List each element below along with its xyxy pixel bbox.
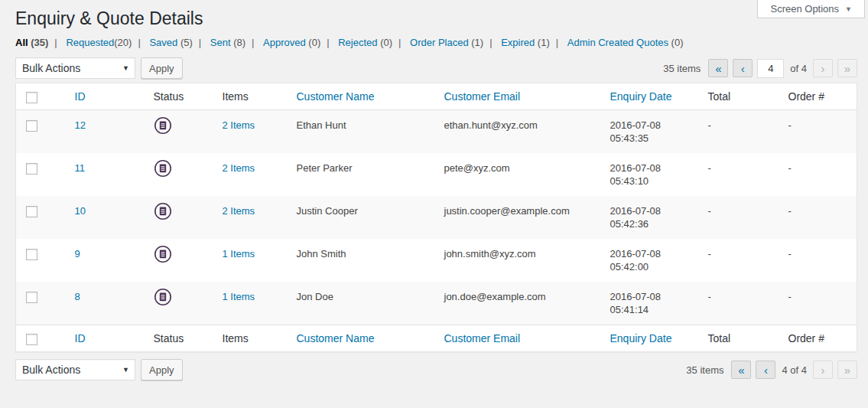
first-page-button[interactable]: «	[708, 59, 728, 77]
table-row: 11 2 Items Peter Parker pete@xyz.com 201…	[16, 153, 857, 196]
column-header-items: Items	[215, 325, 289, 352]
enquiry-date: 2016-07-08 05:42:36	[603, 196, 701, 239]
order-number: -	[781, 110, 857, 154]
filter-sent: Sent (8)	[210, 37, 261, 48]
filter-admin-created-quotes-link[interactable]: Admin Created Quotes (0)	[567, 37, 684, 48]
current-page-input[interactable]	[757, 59, 784, 78]
page-range-label: 4 of 4	[782, 364, 807, 376]
order-number: -	[781, 153, 857, 196]
items-link[interactable]: 2 Items	[223, 162, 255, 174]
column-header-customer-name[interactable]: Customer Name	[297, 332, 375, 344]
total-pages-label: of 4	[790, 63, 807, 74]
filter-rejected-link[interactable]: Rejected (0)	[338, 37, 392, 48]
prev-page-button[interactable]: ‹	[733, 59, 753, 77]
enquiry-status-icon	[154, 159, 172, 178]
column-header-status: Status	[146, 325, 215, 352]
enquiry-status-icon	[154, 202, 172, 220]
bulk-actions-select[interactable]: Bulk Actions	[15, 57, 135, 79]
order-number: -	[781, 196, 857, 239]
table-row: 8 1 Items Jon Doe jon.doe@example.com 20…	[16, 282, 857, 325]
items-link[interactable]: 2 Items	[223, 119, 255, 131]
column-header-customer-name[interactable]: Customer Name	[297, 90, 375, 103]
filter-sent-link[interactable]: Sent (8)	[210, 37, 245, 48]
enquiry-id-link[interactable]: 9	[75, 248, 80, 259]
column-header-total: Total	[701, 325, 781, 352]
screen-options-button[interactable]: Screen Options▼	[757, 0, 865, 18]
row-checkbox[interactable]	[26, 249, 37, 260]
filter-requested-link[interactable]: Requested(20)	[66, 37, 132, 48]
total-value: -	[701, 239, 781, 282]
enquiry-id-link[interactable]: 8	[75, 291, 80, 302]
enquiry-date: 2016-07-08 05:43:10	[603, 153, 701, 196]
column-header-enquiry-date[interactable]: Enquiry Date	[610, 90, 672, 103]
row-checkbox[interactable]	[26, 163, 37, 175]
bulk-actions-select[interactable]: Bulk Actions	[15, 359, 135, 380]
items-link[interactable]: 1 Items	[223, 248, 255, 259]
column-header-id[interactable]: ID	[75, 332, 86, 344]
filter-rejected: Rejected (0)	[338, 37, 407, 48]
enquiry-status-icon	[154, 116, 172, 135]
select-all-checkbox[interactable]	[26, 334, 37, 345]
enquiry-id-link[interactable]: 10	[75, 205, 86, 217]
total-value: -	[701, 110, 781, 154]
next-page-button[interactable]: ›	[813, 59, 833, 77]
customer-name: Peter Parker	[289, 153, 437, 196]
apply-button[interactable]: Apply	[141, 359, 183, 380]
row-checkbox[interactable]	[26, 120, 37, 132]
filter-all-link[interactable]: All (35)	[15, 37, 48, 48]
filter-expired-link[interactable]: Expired (1)	[501, 37, 550, 48]
bulk-actions-group: Bulk Actions ▼ Apply	[15, 359, 183, 380]
filter-order-placed-link[interactable]: Order Placed (1)	[410, 37, 483, 48]
filter-expired: Expired (1)	[501, 37, 564, 48]
bulk-actions-group: Bulk Actions ▼ Apply	[15, 57, 183, 79]
enquiry-status-icon	[154, 288, 172, 306]
filter-saved-link[interactable]: Saved (5)	[149, 37, 192, 48]
page-title: Enquiry & Quote Details	[15, 0, 857, 30]
prev-page-button[interactable]: ‹	[756, 361, 775, 379]
chevron-down-icon: ▼	[845, 5, 852, 13]
enquiry-status-icon	[154, 245, 172, 263]
column-header-customer-email[interactable]: Customer Email	[444, 90, 521, 103]
customer-email: ethan.hunt@xyz.com	[437, 110, 603, 154]
column-header-id[interactable]: ID	[75, 90, 86, 103]
enquiry-id-link[interactable]: 11	[75, 162, 86, 174]
next-page-button[interactable]: ›	[813, 361, 833, 379]
enquiry-date: 2016-07-08 05:41:14	[603, 282, 701, 325]
table-header: ID Status Items Customer Name Customer E…	[16, 83, 857, 110]
filter-admin-created-quotes: Admin Created Quotes (0)	[567, 37, 684, 48]
enquiry-date: 2016-07-08 05:42:00	[603, 239, 701, 282]
order-number: -	[781, 282, 857, 325]
table-row: 10 2 Items Justin Cooper justin.cooper@e…	[16, 196, 857, 239]
items-link[interactable]: 1 Items	[223, 291, 255, 302]
last-page-button[interactable]: »	[837, 59, 857, 77]
customer-name: Jon Doe	[289, 282, 437, 325]
row-checkbox[interactable]	[26, 206, 37, 217]
table-row: 9 1 Items John Smith john.smith@xyz.com …	[16, 239, 857, 282]
table-footer: ID Status Items Customer Name Customer E…	[16, 325, 857, 352]
customer-email: john.smith@xyz.com	[437, 239, 603, 282]
enquiry-id-link[interactable]: 12	[75, 119, 86, 131]
column-header-order: Order #	[781, 83, 857, 110]
items-count: 35 items	[686, 364, 723, 376]
filter-order-placed: Order Placed (1)	[410, 37, 498, 48]
content-wrap: Enquiry & Quote Details All (35) Request…	[15, 0, 857, 381]
filter-approved-link[interactable]: Approved (0)	[263, 37, 320, 48]
total-value: -	[701, 282, 781, 325]
customer-email: jon.doe@example.com	[437, 282, 603, 325]
column-header-enquiry-date[interactable]: Enquiry Date	[610, 332, 672, 344]
filter-approved: Approved (0)	[263, 37, 336, 48]
enquiries-table: ID Status Items Customer Name Customer E…	[15, 83, 857, 352]
top-pagination: 35 items « ‹ of 4 › »	[663, 59, 857, 78]
filter-requested: Requested(20)	[66, 37, 146, 48]
filter-all: All (35)	[15, 37, 63, 48]
select-all-checkbox[interactable]	[26, 92, 37, 103]
customer-name: John Smith	[289, 239, 437, 282]
items-count: 35 items	[663, 63, 701, 74]
row-checkbox[interactable]	[26, 292, 37, 303]
first-page-button[interactable]: «	[731, 361, 751, 379]
items-link[interactable]: 2 Items	[223, 205, 255, 217]
column-header-customer-email[interactable]: Customer Email	[444, 332, 521, 344]
filter-saved: Saved (5)	[149, 37, 207, 48]
apply-button[interactable]: Apply	[141, 57, 183, 79]
last-page-button[interactable]: »	[837, 361, 857, 379]
